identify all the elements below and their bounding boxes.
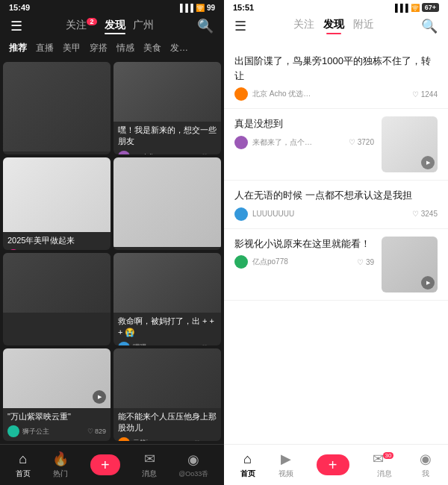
feed-item-2[interactable]: 真是没想到 来都来了，点个… ♡ 3720 ▶ (224, 109, 448, 181)
wifi-icon-right: 🛜 (411, 4, 420, 12)
feed-list-right: 出国阶谍了，鸟巢旁1000平的独栋不住了，转让 北京 Acho 优选… ♡ 12… (224, 40, 448, 444)
feed-card-8[interactable]: 能不能来个人压压他身上那股劲儿 云笙ing ♡ 2480 (113, 348, 221, 441)
video-icon-right: ▶ (281, 451, 291, 467)
card-image-6 (113, 253, 221, 313)
feed-card-3[interactable]: 2025年美甲做起来 郑多多 ♡ 889 (3, 157, 111, 250)
feed-card-6[interactable]: 救命啊，被妈打了，出 + + + 😭 嗯嗯 ♡ 52 (113, 253, 221, 345)
card-body-7: "万山紫翠映云重" 狮子公主 ♡ 829 (3, 408, 111, 441)
feed-avatar-1 (234, 87, 248, 101)
card-title-2: 嘿！我是新来的，想交一些朋友 (118, 125, 217, 148)
card-body-3: 2025年美甲做起来 郑多多 ♡ 889 (3, 232, 111, 250)
card-body-6: 救命啊，被妈打了，出 + + + 😭 嗯嗯 ♡ 52 (113, 313, 221, 345)
msg-icon-left: ✉ (144, 451, 155, 467)
card-avatar-6 (118, 342, 130, 345)
time-left: 15:49 (9, 3, 30, 12)
feed-thumb-2: ▶ (382, 116, 438, 172)
feed-item-title-3: 人在无语的时候 一点都不想承认这是我担 (234, 188, 438, 203)
tab-discover-left[interactable]: 发现 (105, 19, 125, 34)
feed-username-3: LUUUUUUU (252, 210, 294, 218)
cat-meijia[interactable]: 美甲 (63, 42, 81, 54)
me-icon-left: ◉ (187, 451, 199, 468)
feed-item-4[interactable]: 影视化小说原来在这里就能看！ 亿点po778 ♡ 39 ▶ (224, 229, 448, 301)
hot-icon-left: 🔥 (52, 451, 69, 467)
home-icon-left: ⌂ (19, 451, 27, 467)
feed-item-3[interactable]: 人在无语的时候 一点都不想承认这是我担 LUUUUUUU ♡ 3245 (224, 181, 448, 229)
signal-icon-left: ▐▐▐ (178, 4, 193, 12)
thumb-play-icon-4: ▶ (421, 276, 435, 290)
feed-item-meta-4: 亿点po778 ♡ 39 (234, 255, 374, 269)
feed-grid-left: 嘿！我是新来的，想交一些朋友 madelinemcc ♡ 12 2025年美甲做… (0, 59, 224, 444)
status-bar-right: 15:51 ▐▐▐ 🛜 67+ (224, 0, 448, 15)
feed-card-5[interactable] (3, 253, 111, 345)
card-footer-7: 狮子公主 ♡ 829 (7, 425, 106, 437)
nav-tabs-left: 关注2 发现 广州 (66, 18, 153, 34)
card-user-3: 郑多多 (7, 249, 43, 250)
feed-avatar-4 (234, 255, 248, 269)
search-icon-right[interactable]: 🔍 (421, 18, 438, 34)
card-body-2: 嘿！我是新来的，想交一些朋友 madelinemcc ♡ 12 (113, 122, 221, 154)
wifi-icon-left: 🛜 (196, 4, 205, 12)
tab-location-left[interactable]: 广州 (133, 19, 154, 34)
tab-follow-right[interactable]: 关注 (293, 18, 314, 34)
status-bar-left: 15:49 ▐▐▐ 🛜 99 (0, 0, 224, 15)
card-avatar-3 (7, 249, 19, 250)
feed-thumb-4: ▶ (382, 237, 438, 292)
feed-username-4: 亿点po778 (252, 257, 288, 267)
tab-nearby-right[interactable]: 附近 (353, 18, 374, 34)
feed-username-1: 北京 Acho 优选… (252, 89, 311, 99)
feed-like-2: ♡ 3720 (349, 138, 374, 146)
search-icon-left[interactable]: 🔍 (197, 18, 214, 34)
card-body-8: 能不能来个人压压他身上那股劲儿 云笙ing ♡ 2480 (113, 408, 221, 441)
bottom-nav-video-right[interactable]: ▶ 视频 (279, 451, 293, 479)
add-button-right[interactable]: + (317, 454, 349, 475)
feed-item-text-2: 真是没想到 来都来了，点个… ♡ 3720 (234, 116, 374, 149)
cat-meishi[interactable]: 美食 (143, 42, 161, 54)
cat-chuandai[interactable]: 穿搭 (90, 42, 108, 54)
tab-discover-right[interactable]: 发现 (323, 18, 344, 34)
msg-icon-right: ✉ (373, 451, 384, 466)
cat-qinggan[interactable]: 情感 (116, 42, 134, 54)
cat-more[interactable]: 发… (170, 42, 188, 54)
me-icon-right: ◉ (420, 451, 432, 467)
bottom-nav-msg-left[interactable]: ✉ 消息 (142, 451, 157, 479)
card-user-8: 云笙ing (118, 437, 155, 441)
card-avatar-7 (7, 425, 19, 437)
card-title-8: 能不能来个人压压他身上那股劲儿 (118, 411, 217, 434)
menu-icon-right[interactable]: ☰ (234, 18, 246, 34)
card-username-7: 狮子公主 (22, 427, 49, 436)
card-image-4 (113, 157, 221, 247)
feed-card-7[interactable]: "万山紫翠映云重" 狮子公主 ♡ 829 (3, 348, 111, 441)
card-username-6: 嗯嗯 (133, 342, 146, 345)
feed-like-3: ♡ 3245 (412, 210, 438, 218)
bottom-nav-home-right[interactable]: ⌂ 首页 (240, 451, 255, 479)
status-icons-left: ▐▐▐ 🛜 99 (178, 4, 215, 12)
feed-card-1[interactable] (3, 62, 111, 154)
bottom-nav-msg-right[interactable]: ✉ 30 消息 (373, 451, 397, 479)
card-title-7: "万山紫翠映云重" (7, 411, 106, 422)
card-avatar-2 (118, 151, 130, 154)
msg-badge-right: 30 (383, 452, 394, 459)
add-button-left[interactable]: + (90, 454, 120, 475)
bottom-nav-me-right[interactable]: ◉ 我 (420, 451, 432, 479)
menu-icon-left[interactable]: ☰ (10, 18, 22, 34)
bottom-nav-hot-left[interactable]: 🔥 热门 (52, 451, 69, 479)
category-tabs-left: 推荐 直播 美甲 穿搭 情感 美食 发… (0, 39, 224, 59)
feed-item-title-2: 真是没想到 (234, 116, 374, 131)
card-like-2: ♡ 12 (202, 153, 217, 154)
card-footer-6: 嗯嗯 ♡ 52 (118, 342, 217, 345)
cat-zhibo[interactable]: 直播 (36, 42, 54, 54)
bottom-nav-left: ⌂ 首页 🔥 热门 + ✉ 消息 ◉ @Oo33香 (0, 444, 224, 485)
card-body-4 (113, 247, 221, 250)
feed-card-2[interactable]: 嘿！我是新来的，想交一些朋友 madelinemcc ♡ 12 (113, 62, 221, 154)
top-nav-right: ☰ 关注 发现 附近 🔍 (224, 15, 448, 40)
bottom-nav-home-left[interactable]: ⌂ 首页 (16, 451, 31, 479)
feed-avatar-3 (234, 207, 248, 221)
card-avatar-8 (118, 437, 130, 441)
cat-tuijian[interactable]: 推荐 (9, 42, 27, 54)
thumb-play-icon-2: ▶ (421, 156, 435, 169)
bottom-nav-me-left[interactable]: ◉ @Oo33香 (178, 451, 208, 479)
feed-card-4[interactable] (113, 157, 221, 250)
tab-follow-left[interactable]: 关注2 (66, 18, 96, 34)
card-username-2: madelinemcc (133, 153, 172, 154)
feed-item-1[interactable]: 出国阶谍了，鸟巢旁1000平的独栋不住了，转让 北京 Acho 优选… ♡ 12… (224, 46, 448, 109)
